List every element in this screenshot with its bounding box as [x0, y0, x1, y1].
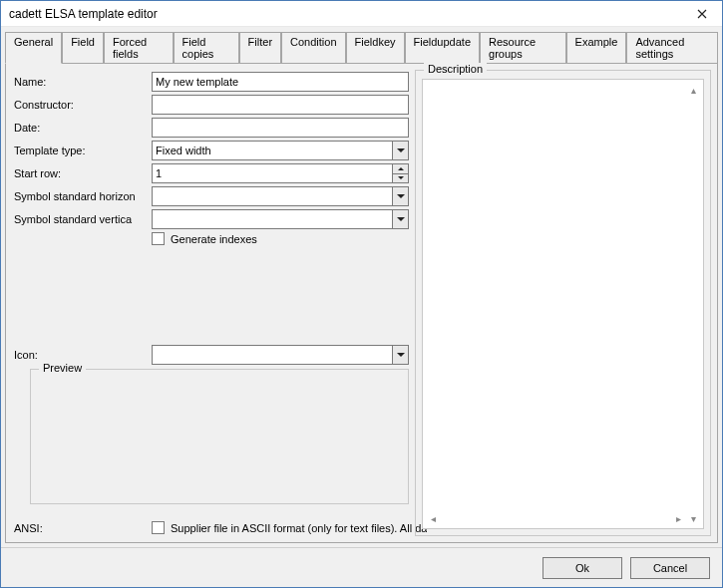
description-textarea[interactable]: ▴ ▾ ◂ ▸: [422, 79, 704, 529]
tab-advanced-settings[interactable]: Advanced settings: [626, 32, 718, 64]
bottom-bar: Ok Cancel: [1, 547, 722, 587]
scroll-down-icon[interactable]: ▾: [686, 511, 700, 525]
template-type-dropdown-button[interactable]: [392, 141, 409, 160]
symbol-std-h-combo[interactable]: [152, 186, 392, 206]
start-row-up-button[interactable]: [392, 163, 409, 174]
tab-resource-groups[interactable]: Resource groups: [480, 32, 566, 64]
tab-panel: Name: Constructor: Date: Template type:: [5, 63, 718, 543]
scroll-left-icon[interactable]: ◂: [426, 511, 440, 525]
close-icon: [697, 9, 707, 19]
description-groupbox: Description ▴ ▾ ◂ ▸: [415, 70, 711, 536]
start-row-spinner[interactable]: [152, 163, 392, 183]
preview-groupbox: Preview: [30, 369, 409, 504]
date-label: Date:: [12, 122, 152, 134]
ansi-label: ANSI:: [12, 522, 152, 534]
name-input[interactable]: [152, 72, 409, 92]
description-legend: Description: [424, 63, 487, 75]
body: GeneralFieldForced fieldsField copiesFil…: [1, 27, 722, 587]
template-type-label: Template type:: [12, 145, 152, 156]
icon-combo[interactable]: [152, 345, 392, 365]
constructor-label: Constructor:: [12, 99, 152, 111]
tab-forced-fields[interactable]: Forced fields: [104, 32, 174, 64]
close-button[interactable]: [682, 1, 722, 27]
tab-condition[interactable]: Condition: [281, 32, 345, 64]
date-input[interactable]: [152, 118, 409, 138]
symbol-std-v-dropdown-button[interactable]: [392, 209, 409, 229]
scroll-up-icon[interactable]: ▴: [686, 83, 700, 97]
symbol-std-v-label: Symbol standard vertica: [12, 213, 152, 225]
symbol-std-h-dropdown-button[interactable]: [392, 186, 409, 206]
tab-fieldkey[interactable]: Fieldkey: [346, 32, 405, 64]
ansi-checkbox[interactable]: [152, 521, 165, 534]
generate-indexes-label: Generate indexes: [171, 233, 257, 245]
ok-button[interactable]: Ok: [542, 557, 622, 579]
symbol-std-v-combo[interactable]: [152, 209, 392, 229]
window-title: cadett ELSA template editor: [9, 7, 682, 21]
tab-field-copies[interactable]: Field copies: [174, 32, 239, 64]
icon-dropdown-button[interactable]: [392, 345, 409, 365]
tab-fieldupdate[interactable]: Fieldupdate: [405, 32, 481, 64]
scroll-right-icon[interactable]: ▸: [671, 511, 685, 525]
tab-field[interactable]: Field: [62, 32, 104, 64]
symbol-std-h-label: Symbol standard horizon: [12, 190, 152, 202]
name-label: Name:: [12, 76, 152, 88]
titlebar: cadett ELSA template editor: [1, 1, 722, 27]
cancel-button[interactable]: Cancel: [630, 557, 710, 579]
template-type-combo[interactable]: [152, 141, 392, 160]
window: cadett ELSA template editor GeneralField…: [0, 0, 723, 588]
start-row-down-button[interactable]: [392, 174, 409, 184]
tab-filter[interactable]: Filter: [239, 32, 281, 64]
right-column: Description ▴ ▾ ◂ ▸: [415, 64, 717, 542]
tab-general[interactable]: General: [5, 32, 62, 64]
preview-legend: Preview: [39, 362, 86, 374]
left-column: Name: Constructor: Date: Template type:: [6, 64, 415, 542]
constructor-input[interactable]: [152, 95, 409, 115]
icon-label: Icon:: [12, 349, 152, 361]
tab-strip: GeneralFieldForced fieldsField copiesFil…: [1, 27, 722, 63]
tab-example[interactable]: Example: [566, 32, 627, 64]
ansi-text: Supplier file in ASCII format (only for …: [171, 522, 427, 534]
generate-indexes-checkbox[interactable]: [152, 232, 165, 245]
start-row-label: Start row:: [12, 167, 152, 179]
